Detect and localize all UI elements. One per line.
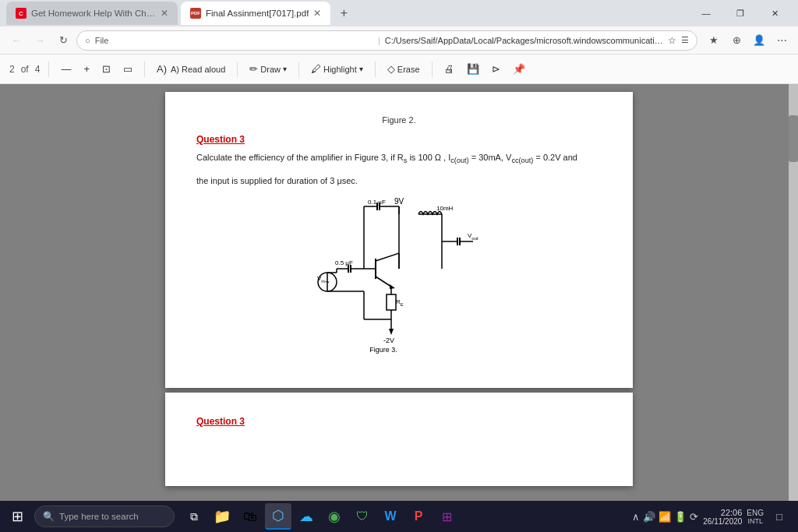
draw-button[interactable]: ✏ Draw ▾ — [246, 59, 290, 79]
date-display: 26/11/2020 — [703, 517, 742, 526]
read-view-icon[interactable]: ☰ — [681, 35, 689, 45]
security-button[interactable]: 🛡 — [349, 503, 376, 530]
address-bar[interactable]: ○ File | C:/Users/Saif/AppData/Local/Pac… — [76, 30, 697, 51]
neg2v-label: -2V — [383, 336, 394, 344]
minimize-button[interactable]: — — [689, 2, 723, 25]
taskbar-right: ∧ 🔊 📶 🔋 ⟳ 22:06 26/11/2020 ENG INTL □ — [632, 506, 795, 527]
page-of-label: 2 — [9, 64, 15, 75]
highlight-icon: 🖊 — [311, 63, 321, 75]
scrollbar-track[interactable] — [789, 84, 798, 501]
ground-arrow — [389, 329, 394, 335]
browser-controls: ← → ↻ ○ File | C:/Users/Saif/AppData/Loc… — [0, 26, 798, 55]
sep4 — [298, 62, 299, 77]
page-separator: of — [21, 64, 29, 75]
notification-button[interactable]: □ — [768, 506, 790, 527]
browser-titlebar: C Get Homework Help With Cheg ✕ PDF Fina… — [0, 0, 798, 26]
pin-button[interactable]: 📌 — [510, 59, 528, 79]
security-icon: 🛡 — [356, 509, 369, 523]
taskbar: ⊞ 🔍 Type here to search ⧉ 📁 🛍 ⬡ ☁ ◉ 🛡 W — [0, 501, 798, 532]
word-button[interactable]: W — [377, 503, 404, 530]
task-view-icon: ⧉ — [190, 510, 198, 523]
task-view-button[interactable]: ⧉ — [181, 503, 207, 530]
start-button[interactable]: ⊞ — [3, 502, 31, 530]
start-icon: ⊞ — [12, 508, 23, 525]
new-tab-button[interactable]: + — [334, 3, 354, 23]
page-total: 4 — [35, 64, 41, 75]
close-button[interactable]: ✕ — [757, 2, 792, 25]
refresh-button[interactable]: ↻ — [53, 30, 73, 51]
highlight-chevron: ▾ — [359, 65, 363, 73]
settings-more-button[interactable]: ⋯ — [772, 30, 792, 51]
sep6 — [432, 62, 433, 77]
sync-icon[interactable]: ⟳ — [690, 511, 698, 523]
fit-page-button[interactable]: ⊡ — [99, 59, 114, 79]
read-aloud-icon: A) — [157, 63, 167, 75]
erase-label: Erase — [397, 65, 420, 74]
forward-button[interactable]: → — [30, 30, 50, 51]
draw-label: Draw — [260, 65, 281, 74]
battery-icon[interactable]: 🔋 — [674, 511, 687, 523]
re-label: RE — [396, 298, 404, 307]
sep1 — [48, 62, 49, 77]
sep3 — [237, 62, 238, 77]
file-explorer-button[interactable]: 📁 — [209, 503, 235, 530]
chevron-up-icon[interactable]: ∧ — [632, 511, 640, 523]
edge-button[interactable]: ⬡ — [265, 503, 291, 530]
pdf-area: Figure 2. Question 3 Calculate the effic… — [0, 84, 798, 501]
restore-button[interactable]: ❐ — [723, 2, 757, 25]
tab-pdf-close[interactable]: ✕ — [313, 8, 321, 19]
sep2 — [144, 62, 145, 77]
zoom-in-button[interactable]: + — [80, 59, 93, 79]
tab-pdf-label: Final Assinment[7017].pdf — [206, 9, 309, 18]
taskbar-search[interactable]: 🔍 Type here to search — [34, 506, 175, 527]
chrome-button[interactable]: ◉ — [321, 503, 348, 530]
favorites-button[interactable]: ★ — [704, 30, 724, 51]
circuit-svg: 9V 10mH 0.1 μF — [305, 195, 493, 358]
scrollbar-thumb[interactable] — [789, 115, 798, 162]
supply-9v-label: 9V — [394, 197, 404, 206]
store-button[interactable]: 🛍 — [237, 503, 263, 530]
highlight-button[interactable]: 🖊 Highlight ▾ — [308, 59, 366, 79]
tab-chegg-close[interactable]: ✕ — [161, 8, 168, 19]
more-tools-button[interactable]: ⊳ — [489, 59, 503, 79]
save-button[interactable]: 💾 — [464, 59, 482, 79]
draw-chevron: ▾ — [283, 65, 287, 73]
collections-button[interactable]: ⊕ — [726, 30, 747, 51]
extra-app-button[interactable]: ⊞ — [433, 503, 460, 530]
print-button[interactable]: 🖨 — [441, 59, 457, 79]
vout-label: Vout — [468, 232, 478, 241]
svg-line-24 — [376, 253, 399, 261]
volume-icon[interactable]: 🔊 — [643, 511, 655, 523]
transistor-arrow — [390, 284, 395, 289]
tab-chegg[interactable]: C Get Homework Help With Cheg ✕ — [6, 2, 178, 25]
question3-heading: Question 3 — [196, 134, 602, 145]
favorite-icon[interactable]: ☆ — [668, 35, 676, 46]
svg-line-26 — [376, 277, 391, 287]
locale-display: INTL — [747, 517, 763, 525]
tab-pdf[interactable]: PDF Final Assinment[7017].pdf ✕ — [181, 2, 330, 25]
pdf-page-1: Figure 2. Question 3 Calculate the effic… — [165, 92, 633, 388]
powerpoint-button[interactable]: P — [405, 503, 432, 530]
fit-width-button[interactable]: ▭ — [120, 59, 136, 79]
draw-icon: ✏ — [249, 63, 258, 75]
sep5 — [375, 62, 376, 77]
store-icon: 🛍 — [243, 509, 257, 525]
pdf-toolbar: 2 of 4 — + ⊡ ▭ A) A) Read aloud ✏ Draw ▾… — [0, 55, 798, 84]
address-lock-icon: ○ — [85, 36, 90, 45]
onedrive-button[interactable]: ☁ — [293, 503, 320, 530]
edge-icon: ⬡ — [272, 507, 284, 524]
circuit-diagram: 9V 10mH 0.1 μF — [196, 195, 602, 358]
inductor-label: 10mH — [436, 205, 454, 212]
clock-area[interactable]: 22:06 26/11/2020 — [703, 508, 742, 526]
back-button[interactable]: ← — [6, 30, 26, 51]
question3-heading-p2: Question 3 — [196, 416, 602, 427]
erase-button[interactable]: ◇ Erase — [384, 59, 423, 79]
network-icon[interactable]: 📶 — [659, 511, 671, 523]
onedrive-icon: ☁ — [299, 508, 313, 525]
profile-button[interactable]: 👤 — [749, 30, 769, 51]
read-aloud-button[interactable]: A) A) Read aloud — [154, 59, 228, 79]
zoom-out-button[interactable]: — — [58, 59, 74, 79]
erase-icon: ◇ — [387, 63, 395, 75]
chegg-favicon: C — [16, 8, 26, 19]
file-explorer-icon: 📁 — [214, 508, 231, 525]
